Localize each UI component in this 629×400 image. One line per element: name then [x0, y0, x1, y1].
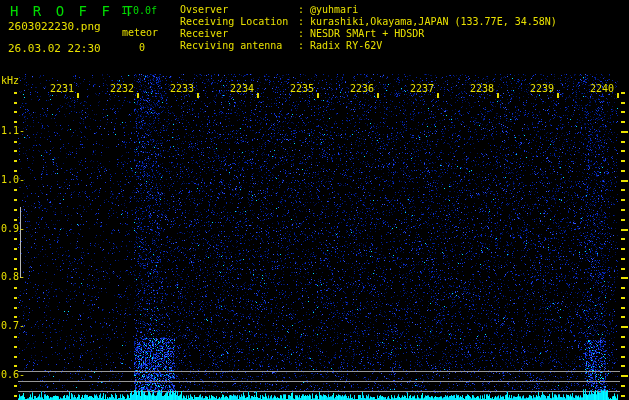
app-title: H R O F F T: [10, 3, 136, 19]
freq-minor-tick-left: [14, 102, 17, 104]
station-info-block: Ovserver:@yuhmariReceiving Location:kura…: [180, 4, 557, 52]
freq-major-tick-right: [621, 131, 628, 133]
frequency-tick-label: 1.1-: [1, 125, 23, 136]
time-tick-mark: [137, 93, 139, 98]
freq-minor-tick-left: [14, 297, 17, 299]
time-tick-mark: [317, 93, 319, 98]
time-tick-label: 2239: [528, 83, 554, 94]
station-info-row: Receiving Location:kurashiki,Okayama,JAP…: [180, 16, 557, 28]
time-tick-label: 2240: [588, 83, 614, 94]
freq-minor-tick-right: [621, 316, 625, 318]
time-tick-mark: [557, 93, 559, 98]
freq-minor-tick-right: [621, 111, 625, 113]
frequency-tick-label: 0.9-: [1, 223, 23, 234]
time-tick-label: 2234: [228, 83, 254, 94]
freq-minor-tick-left: [14, 346, 17, 348]
time-tick-mark: [197, 93, 199, 98]
freq-minor-tick-left: [14, 356, 17, 358]
freq-minor-tick-right: [621, 395, 625, 397]
info-separator: :: [298, 16, 310, 28]
freq-major-tick-right: [621, 375, 628, 377]
freq-minor-tick-right: [621, 287, 625, 289]
station-info-row: Ovserver:@yuhmari: [180, 4, 557, 16]
time-tick-label: 2235: [288, 83, 314, 94]
info-separator: :: [298, 4, 310, 16]
freq-minor-tick-left: [14, 141, 17, 143]
freq-minor-tick-right: [621, 307, 625, 309]
freq-minor-tick-right: [621, 297, 625, 299]
freq-minor-tick-left: [14, 365, 17, 367]
freq-minor-tick-left: [14, 336, 17, 338]
freq-minor-tick-left: [14, 238, 17, 240]
freq-minor-tick-left: [14, 258, 17, 260]
freq-minor-tick-left: [14, 111, 17, 113]
time-tick-label: 2236: [348, 83, 374, 94]
freq-minor-tick-right: [621, 365, 625, 367]
freq-minor-tick-right: [621, 268, 625, 270]
info-label: Ovserver: [180, 4, 298, 16]
freq-minor-tick-right: [621, 102, 625, 104]
freq-minor-tick-left: [14, 248, 17, 250]
freq-minor-tick-right: [621, 346, 625, 348]
time-tick-mark: [497, 93, 499, 98]
info-separator: :: [298, 40, 310, 52]
freq-minor-tick-right: [621, 238, 625, 240]
frequency-tick-label: 1.0-: [1, 174, 23, 185]
freq-minor-tick-right: [621, 336, 625, 338]
hrofft-window: H R O F F T 1.0.0f 2603022230.png meteor…: [0, 0, 629, 400]
freq-major-tick-right: [621, 180, 628, 182]
meteor-counter-value: 0: [139, 42, 145, 53]
frequency-tick-label: 0.6-: [1, 369, 23, 380]
freq-minor-tick-right: [621, 121, 625, 123]
time-tick-mark: [257, 93, 259, 98]
freq-minor-tick-left: [14, 150, 17, 152]
freq-minor-tick-right: [621, 160, 625, 162]
info-label: Receiver: [180, 28, 298, 40]
time-tick-label: 2237: [408, 83, 434, 94]
app-version: 1.0.0f: [121, 5, 157, 16]
meteor-counter-label: meteor: [122, 27, 158, 38]
freq-minor-tick-left: [14, 219, 17, 221]
freq-major-tick-right: [621, 277, 628, 279]
spectrogram-canvas: [0, 0, 629, 400]
freq-minor-tick-right: [621, 356, 625, 358]
freq-minor-tick-left: [14, 189, 17, 191]
info-label: Receiving Location: [180, 16, 298, 28]
info-value: @yuhmari: [310, 4, 358, 16]
freq-minor-tick-left: [14, 170, 17, 172]
info-value: NESDR SMArt + HDSDR: [310, 28, 424, 40]
freq-minor-tick-left: [14, 316, 17, 318]
freq-minor-tick-left: [14, 385, 17, 387]
freq-minor-tick-left: [14, 287, 17, 289]
freq-minor-tick-right: [621, 92, 625, 94]
time-tick-label: 2233: [168, 83, 194, 94]
freq-minor-tick-right: [621, 248, 625, 250]
time-tick-label: 2231: [48, 83, 74, 94]
freq-minor-tick-right: [621, 199, 625, 201]
freq-minor-tick-right: [621, 141, 625, 143]
freq-minor-tick-left: [14, 199, 17, 201]
freq-minor-tick-left: [14, 92, 17, 94]
time-tick-label: 2238: [468, 83, 494, 94]
time-tick-mark: [437, 93, 439, 98]
freq-minor-tick-left: [14, 160, 17, 162]
freq-minor-tick-left: [14, 209, 17, 211]
info-value: Radix RY-62V: [310, 40, 382, 52]
time-tick-mark: [617, 93, 619, 98]
freq-major-tick-right: [621, 326, 628, 328]
station-info-row: Receiver:NESDR SMArt + HDSDR: [180, 28, 557, 40]
info-label: Recviving antenna: [180, 40, 298, 52]
time-tick-mark: [77, 93, 79, 98]
info-value: kurashiki,Okayama,JAPAN (133.77E, 34.58N…: [310, 16, 557, 28]
frequency-tick-label: 0.7-: [1, 320, 23, 331]
info-separator: :: [298, 28, 310, 40]
freq-minor-tick-right: [621, 385, 625, 387]
frequency-axis-unit: kHz: [1, 75, 19, 86]
station-info-row: Recviving antenna:Radix RY-62V: [180, 40, 557, 52]
freq-minor-tick-right: [621, 219, 625, 221]
observation-datetime: 26.03.02 22:30: [8, 42, 101, 55]
freq-major-tick-right: [621, 229, 628, 231]
time-tick-label: 2232: [108, 83, 134, 94]
frequency-tick-label: 0.8-: [1, 271, 23, 282]
time-tick-mark: [377, 93, 379, 98]
